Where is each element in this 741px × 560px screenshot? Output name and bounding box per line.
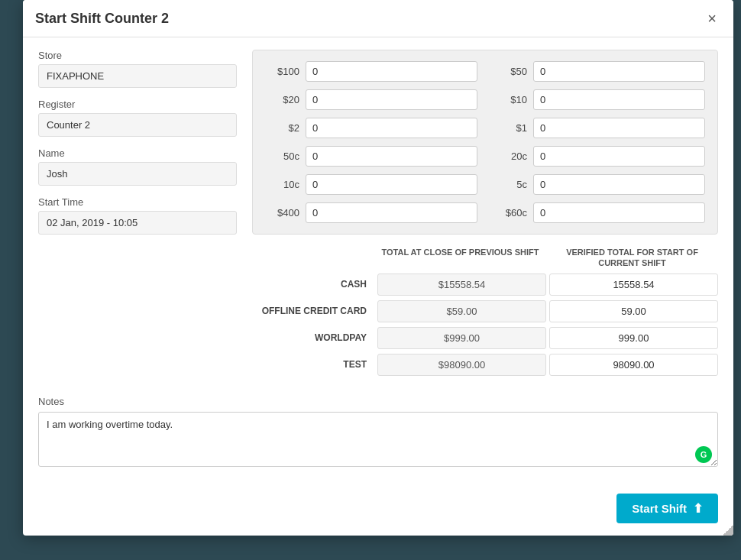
cash-input[interactable] xyxy=(306,118,477,138)
grammarly-icon: G xyxy=(695,446,712,463)
register-field-group: Register xyxy=(38,99,237,137)
notes-label: Notes xyxy=(38,396,718,407)
modal-header: Start Shift Counter 2 × xyxy=(23,0,733,37)
cash-row-right-3: 20c xyxy=(493,146,705,167)
totals-spacer xyxy=(252,247,374,269)
cash-input[interactable] xyxy=(533,202,705,223)
resize-handle[interactable] xyxy=(723,525,733,536)
start-time-field-group: Start Time xyxy=(38,196,237,235)
cash-label: $1 xyxy=(493,122,527,134)
totals-row-label: TEST xyxy=(252,359,374,370)
totals-row-2: WORLDPAY $999.00 xyxy=(252,327,718,349)
cash-label: $10 xyxy=(493,94,527,105)
start-time-label: Start Time xyxy=(38,196,237,208)
totals-row-1: OFFLINE CREDIT CARD $59.00 xyxy=(252,300,718,322)
cash-row-left-1: $20 xyxy=(265,89,477,110)
totals-prev-value: $999.00 xyxy=(377,327,546,349)
totals-row-label: CASH xyxy=(252,279,374,290)
notes-wrapper: G xyxy=(38,412,718,469)
cash-row-right-2: $1 xyxy=(493,118,705,138)
cash-label: $400 xyxy=(265,207,299,218)
totals-prev-value: $59.00 xyxy=(377,300,546,322)
cash-row-right-1: $10 xyxy=(493,89,705,110)
cash-input[interactable] xyxy=(306,61,477,82)
start-shift-button[interactable]: Start Shift ⬆ xyxy=(616,494,718,523)
totals-rows: CASH $15558.54 OFFLINE CREDIT CARD $59.0… xyxy=(252,274,718,376)
totals-verified-input[interactable] xyxy=(549,327,718,349)
cash-label: $50 xyxy=(493,66,527,77)
cash-label: 5c xyxy=(493,179,527,190)
totals-prev-value: $15558.54 xyxy=(377,274,546,296)
cash-input[interactable] xyxy=(533,118,705,138)
modal-dialog: Start Shift Counter 2 × Store Register N… xyxy=(23,0,733,536)
totals-section: TOTAL AT CLOSE OF PREVIOUS SHIFT VERIFIE… xyxy=(252,247,718,376)
upload-icon: ⬆ xyxy=(693,501,703,516)
cash-input[interactable] xyxy=(533,146,705,167)
name-label: Name xyxy=(38,147,237,159)
notes-area: Notes G xyxy=(23,396,733,484)
register-input[interactable] xyxy=(38,113,237,137)
totals-verified-input[interactable] xyxy=(549,274,718,296)
action-row: Start Shift ⬆ xyxy=(23,484,733,536)
cash-row-right-0: $50 xyxy=(493,61,705,82)
notes-textarea[interactable] xyxy=(38,412,718,467)
modal-title: Start Shift Counter 2 xyxy=(35,11,169,27)
totals-prev-value: $98090.00 xyxy=(377,354,546,376)
cash-label: $100 xyxy=(265,66,299,77)
name-input[interactable] xyxy=(38,162,237,186)
right-panel: $100 $50 $20 $10 $2 $1 50c 20c 10c 5c xyxy=(252,50,718,380)
cash-input[interactable] xyxy=(306,89,477,110)
register-label: Register xyxy=(38,99,237,110)
cash-row-left-2: $2 xyxy=(265,118,477,138)
totals-col1-header: TOTAL AT CLOSE OF PREVIOUS SHIFT xyxy=(374,247,546,269)
totals-col2-header: VERIFIED TOTAL FOR START OF CURRENT SHIF… xyxy=(546,247,718,269)
cash-input[interactable] xyxy=(533,89,705,110)
cash-row-right-5: $60c xyxy=(493,202,705,223)
cash-input[interactable] xyxy=(306,146,477,167)
cash-label: 50c xyxy=(265,151,299,162)
cash-row-left-3: 50c xyxy=(265,146,477,167)
totals-row-label: OFFLINE CREDIT CARD xyxy=(252,306,374,316)
cash-label: $60c xyxy=(493,207,527,218)
totals-header: TOTAL AT CLOSE OF PREVIOUS SHIFT VERIFIE… xyxy=(252,247,718,269)
left-panel: Store Register Name Start Time xyxy=(38,50,237,380)
cash-label: 10c xyxy=(265,179,299,190)
cash-row-right-4: 5c xyxy=(493,174,705,195)
store-label: Store xyxy=(38,50,237,61)
cash-label: 20c xyxy=(493,151,527,162)
cash-input[interactable] xyxy=(306,202,477,223)
totals-row-3: TEST $98090.00 xyxy=(252,354,718,376)
totals-row-label: WORLDPAY xyxy=(252,332,374,343)
totals-verified-input[interactable] xyxy=(549,300,718,322)
cash-input[interactable] xyxy=(533,61,705,82)
totals-verified-input[interactable] xyxy=(549,354,718,376)
cash-input[interactable] xyxy=(306,174,477,195)
cash-row-left-5: $400 xyxy=(265,202,477,223)
name-field-group: Name xyxy=(38,147,237,186)
cash-input[interactable] xyxy=(533,174,705,195)
store-input[interactable] xyxy=(38,64,237,88)
cash-row-left-4: 10c xyxy=(265,174,477,195)
start-time-input[interactable] xyxy=(38,211,237,235)
modal-body: Store Register Name Start Time $100 xyxy=(23,37,733,396)
store-field-group: Store xyxy=(38,50,237,88)
cash-grid: $100 $50 $20 $10 $2 $1 50c 20c 10c 5c xyxy=(252,50,718,235)
close-button[interactable]: × xyxy=(703,9,721,28)
cash-row-left-0: $100 xyxy=(265,61,477,82)
cash-label: $2 xyxy=(265,122,299,134)
cash-label: $20 xyxy=(265,94,299,105)
totals-row-0: CASH $15558.54 xyxy=(252,274,718,296)
start-shift-label: Start Shift xyxy=(632,502,687,515)
